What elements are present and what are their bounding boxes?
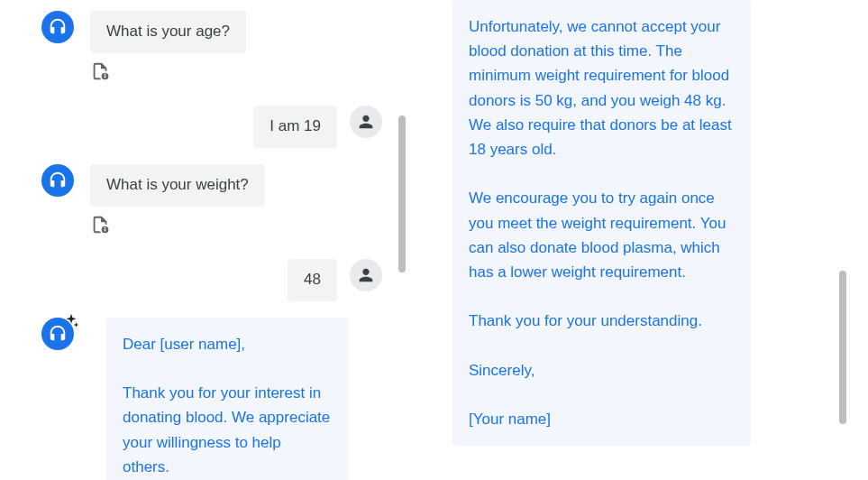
user-avatar xyxy=(350,259,382,291)
user-message-row: 48 xyxy=(0,259,433,301)
sparkle-icon xyxy=(61,312,81,332)
document-info-icon[interactable] xyxy=(90,60,110,82)
scrollbar-thumb[interactable] xyxy=(839,271,846,424)
bot-message-bubble: What is your weight? xyxy=(90,164,265,207)
user-message-bubble: I am 19 xyxy=(253,106,337,148)
user-avatar xyxy=(350,106,382,138)
attachment-row xyxy=(0,60,433,86)
bot-avatar xyxy=(41,164,74,197)
bot-avatar xyxy=(41,11,74,43)
person-icon xyxy=(356,112,376,132)
bot-message-row: What is your age? xyxy=(0,11,433,53)
headset-icon xyxy=(48,171,68,190)
svg-rect-1 xyxy=(105,76,105,78)
svg-rect-2 xyxy=(105,74,105,75)
bot-message-bubble: What is your age? xyxy=(90,11,246,53)
chat-column-left: What is your age? I am 19 What is your w… xyxy=(0,0,433,480)
user-message-bubble: 48 xyxy=(288,259,337,301)
attachment-row xyxy=(0,214,433,239)
document-info-icon[interactable] xyxy=(90,214,110,235)
ai-response-continued: Unfortunately, we cannot accept your blo… xyxy=(452,0,751,446)
svg-rect-5 xyxy=(105,227,105,228)
user-message-row: I am 19 xyxy=(0,106,433,148)
scrollbar-thumb[interactable] xyxy=(398,115,406,272)
person-icon xyxy=(356,265,376,285)
headset-icon xyxy=(48,17,68,37)
svg-rect-4 xyxy=(105,228,105,231)
ai-response-bubble: Dear [user name], Thank you for your int… xyxy=(106,318,348,480)
chat-column-right: Unfortunately, we cannot accept your blo… xyxy=(433,0,868,480)
bot-message-row: What is your weight? xyxy=(0,164,433,207)
ai-response-row: Dear [user name], Thank you for your int… xyxy=(0,318,433,480)
bot-avatar-ai xyxy=(41,318,74,350)
